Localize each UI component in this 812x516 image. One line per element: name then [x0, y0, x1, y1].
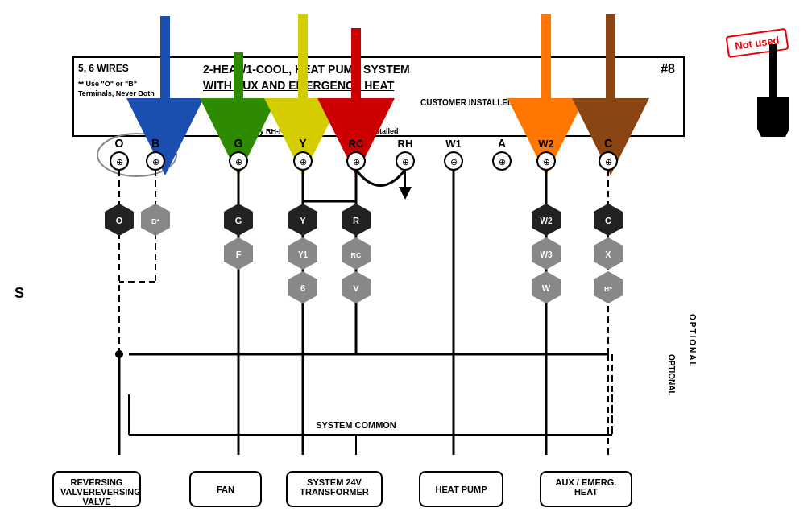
- svg-text:R: R: [353, 216, 359, 225]
- svg-text:W2: W2: [541, 217, 553, 225]
- svg-text:SYSTEM COMMON: SYSTEM COMMON: [316, 420, 396, 430]
- svg-text:A: A: [498, 137, 506, 150]
- svg-text:W: W: [542, 283, 551, 293]
- svg-text:O: O: [115, 137, 124, 150]
- svg-text:C: C: [605, 216, 611, 225]
- svg-text:Y1: Y1: [298, 250, 309, 259]
- svg-text:OPTIONAL: OPTIONAL: [667, 354, 676, 396]
- wiring-diagram-svg: O ⊕ B ⊕ G ⊕ Y ⊕ RC ⊕ RH ⊕ W1 ⊕ A: [8, 8, 701, 507]
- optional-label: OPTIONAL: [688, 314, 697, 369]
- not-used-arrow: [757, 40, 789, 137]
- svg-text:⊕: ⊕: [152, 157, 160, 167]
- svg-text:G: G: [235, 216, 242, 225]
- svg-text:Y: Y: [300, 216, 306, 225]
- aux-heat-box: AUX / EMERG.HEAT: [540, 471, 632, 507]
- reversing-valve-box: REVERSING VALVEREVERSINGVALVE: [52, 471, 141, 507]
- svg-text:RC: RC: [349, 138, 364, 150]
- svg-text:⊕: ⊕: [605, 157, 612, 167]
- svg-text:⊕: ⊕: [235, 157, 242, 167]
- svg-text:RC: RC: [351, 251, 362, 259]
- svg-text:S: S: [14, 285, 24, 301]
- svg-text:⊕: ⊕: [450, 157, 458, 167]
- svg-text:C: C: [604, 137, 612, 150]
- fan-box: FAN: [189, 471, 262, 507]
- svg-text:B: B: [151, 137, 160, 150]
- svg-text:W1: W1: [445, 138, 462, 150]
- svg-text:W3: W3: [541, 250, 553, 259]
- svg-text:O: O: [116, 216, 123, 225]
- svg-text:B*: B*: [151, 217, 160, 225]
- svg-text:Y: Y: [299, 137, 307, 150]
- svg-text:6: 6: [300, 283, 305, 293]
- svg-text:⊕: ⊕: [300, 157, 307, 167]
- svg-text:X: X: [605, 250, 611, 259]
- svg-text:F: F: [236, 250, 242, 259]
- svg-text:⊕: ⊕: [353, 157, 360, 167]
- svg-text:W2: W2: [538, 138, 554, 150]
- svg-text:⊕: ⊕: [543, 157, 550, 167]
- svg-text:V: V: [353, 283, 359, 293]
- svg-text:⊕: ⊕: [116, 157, 123, 167]
- svg-text:G: G: [234, 137, 243, 150]
- svg-text:⊕: ⊕: [402, 157, 409, 167]
- heat-pump-box: HEAT PUMP: [419, 471, 503, 507]
- svg-text:⊕: ⊕: [499, 157, 506, 167]
- svg-text:RH: RH: [398, 138, 413, 150]
- svg-text:B*: B*: [604, 285, 612, 293]
- transformer-box: SYSTEM 24VTRANSFORMER: [286, 471, 383, 507]
